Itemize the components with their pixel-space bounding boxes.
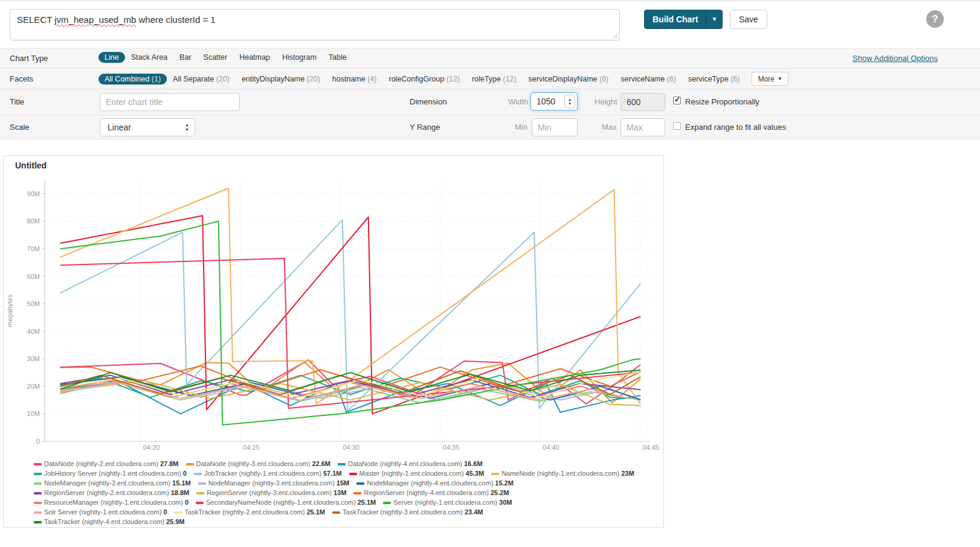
scale-select[interactable]: Linear ▲▼: [100, 118, 195, 136]
dimension-label: Dimension: [410, 97, 446, 106]
legend-swatch-icon: [175, 511, 182, 514]
legend-item: TaskTracker (nightly-3.ent.cloudera.com)…: [332, 508, 483, 516]
line-chart: 010M20M30M40M50M60M70M80M90M04:2004:2504…: [4, 173, 665, 456]
chart-options: Chart Type LineStack AreaBarScatterHeatm…: [0, 48, 980, 139]
y-min-input[interactable]: [532, 118, 578, 136]
scale-label: Scale: [10, 123, 30, 132]
svg-text:04:30: 04:30: [343, 444, 359, 451]
chart-builder-page: SELECT jvm_heap_used_mb where clusterId …: [0, 0, 980, 547]
legend-item: DataNode (nightly-4.ent.cloudera.com)16.…: [338, 460, 483, 468]
width-stepper[interactable]: ▲▼: [564, 95, 575, 108]
width-label: Width: [508, 97, 528, 106]
y-range-label: Y Range: [410, 123, 440, 132]
expand-range-checkbox[interactable]: [673, 122, 681, 130]
facets-row: Facets All Combined (1)All Separate (20)…: [0, 68, 980, 89]
facets-label: Facets: [10, 74, 33, 83]
facet-pill-roletype[interactable]: roleType (12): [466, 74, 523, 85]
legend-item: Solr Server (nightly-1.ent.cloudera.com)…: [34, 508, 167, 516]
legend-swatch-icon: [34, 473, 42, 475]
facet-pill-roleconfiggroup[interactable]: roleConfigGroup (12): [383, 74, 466, 85]
chart-type-pill-heatmap[interactable]: Heatmap: [233, 52, 276, 63]
legend-item: DataNode (nightly-3.ent.cloudera.com)22.…: [186, 460, 331, 468]
svg-text:10M: 10M: [27, 410, 40, 417]
legend-item: RegionServer (nightly-4.ent.cloudera.com…: [353, 489, 509, 497]
facets-more-button[interactable]: More▼: [752, 72, 788, 86]
query-metric: jvm_heap_used_mb: [54, 14, 136, 25]
chart-type-pill-stack-area[interactable]: Stack Area: [125, 52, 173, 63]
min-label: Min: [515, 123, 527, 132]
chart-type-pill-line[interactable]: Line: [98, 52, 125, 63]
query-text: SELECT jvm_heap_used_mb where clusterId …: [17, 14, 216, 25]
build-chart-dropdown-caret-icon[interactable]: ▼: [706, 10, 722, 28]
legend-item: RegionServer (nightly-2.ent.cloudera.com…: [34, 489, 189, 497]
chart-title-input[interactable]: [100, 93, 240, 111]
facet-pill-all-combined[interactable]: All Combined (1): [98, 74, 167, 85]
svg-text:04:35: 04:35: [443, 444, 460, 451]
scale-yrange-row: Scale Linear ▲▼ Y Range Min Max Expand r…: [0, 115, 980, 139]
build-chart-button[interactable]: Build Chart ▼: [644, 10, 723, 29]
legend-item: NodeManager (nightly-2.ent.cloudera.com)…: [34, 479, 191, 487]
chart-type-pill-table[interactable]: Table: [323, 52, 353, 63]
legend-swatch-icon: [353, 492, 361, 494]
legend-swatch-icon: [196, 492, 204, 494]
legend-item: TaskTracker (nightly-4.ent.cloudera.com)…: [34, 518, 184, 526]
legend-item: JobHistory Server (nightly-1.ent.clouder…: [34, 470, 187, 478]
chart-type-pills: LineStack AreaBarScatterHeatmapHistogram…: [98, 52, 353, 63]
y-max-input[interactable]: [621, 118, 665, 136]
build-chart-label: Build Chart: [645, 10, 706, 28]
chart-type-label: Chart Type: [10, 54, 48, 63]
legend-swatch-icon: [491, 473, 499, 475]
tsquery-input[interactable]: SELECT jvm_heap_used_mb where clusterId …: [10, 9, 620, 40]
facet-pill-servicedisplayname[interactable]: serviceDisplayName (6): [523, 74, 615, 85]
facet-pill-servicetype[interactable]: serviceType (6): [682, 74, 746, 85]
chart-type-row: Chart Type LineStack AreaBarScatterHeatm…: [0, 48, 980, 68]
svg-text:0: 0: [36, 438, 40, 445]
legend-item: DataNode (nightly-2.ent.cloudera.com)27.…: [34, 460, 179, 468]
legend-item: NameNode (nightly-1.ent.cloudera.com)23M: [491, 470, 634, 478]
chart-preview-card: Untitled 010M20M30M40M50M60M70M80M90M04:…: [3, 155, 664, 528]
height-input: [621, 93, 665, 111]
save-button[interactable]: Save: [730, 10, 767, 29]
max-label: Max: [602, 123, 617, 132]
svg-text:20M: 20M: [27, 383, 40, 390]
svg-text:50M: 50M: [27, 300, 40, 307]
facet-pill-servicename[interactable]: serviceName (6): [614, 74, 682, 85]
help-icon[interactable]: ?: [926, 10, 944, 28]
height-label: Height: [595, 97, 617, 106]
resize-proportionally-checkbox[interactable]: [673, 97, 681, 104]
show-additional-options-link[interactable]: Show Additional Options: [853, 54, 938, 63]
expand-range-label: Expand range to fit all values: [685, 123, 786, 132]
svg-text:40M: 40M: [27, 328, 40, 335]
legend-swatch-icon: [356, 482, 364, 485]
chart-legend: DataNode (nightly-2.ent.cloudera.com)27.…: [34, 460, 647, 528]
legend-item: SecondaryNameNode (nightly-1.ent.clouder…: [196, 499, 376, 507]
title-dimension-row: Title Dimension Width ▲▼ Height Resize P…: [0, 89, 980, 115]
legend-swatch-icon: [349, 473, 357, 475]
svg-text:70M: 70M: [27, 245, 40, 252]
facet-pill-entitydisplayname[interactable]: entityDisplayName (20): [236, 74, 326, 85]
query-section: SELECT jvm_heap_used_mb where clusterId …: [0, 1, 980, 48]
svg-text:04:25: 04:25: [243, 444, 260, 451]
svg-text:04:40: 04:40: [543, 444, 559, 451]
legend-swatch-icon: [34, 502, 42, 504]
svg-text:04:20: 04:20: [143, 444, 160, 451]
legend-item: Server (nightly-1.ent.cloudera.com)30M: [383, 499, 512, 507]
chart-type-pill-histogram[interactable]: Histogram: [276, 52, 323, 63]
svg-text:90M: 90M: [27, 190, 40, 197]
resize-proportionally-label: Resize Proportionally: [685, 97, 759, 106]
svg-text:04:45: 04:45: [642, 444, 659, 451]
legend-swatch-icon: [34, 482, 42, 485]
legend-item: Master (nightly-1.ent.cloudera.com)45.3M: [349, 470, 485, 478]
textarea-resize-handle[interactable]: [612, 33, 618, 39]
legend-item: NodeManager (nightly-4.ent.cloudera.com)…: [356, 479, 514, 487]
chart-type-pill-bar[interactable]: Bar: [173, 52, 197, 63]
chevron-down-icon: ▼: [778, 76, 782, 82]
svg-text:60M: 60M: [27, 273, 40, 280]
legend-swatch-icon: [186, 463, 194, 465]
legend-swatch-icon: [34, 521, 42, 523]
chart-type-pill-scatter[interactable]: Scatter: [198, 52, 234, 63]
facet-pill-hostname[interactable]: hostname (4): [326, 74, 383, 85]
legend-swatch-icon: [196, 502, 204, 504]
facet-pill-all-separate[interactable]: All Separate (20): [167, 74, 236, 85]
svg-text:megabytes: megabytes: [6, 294, 13, 327]
